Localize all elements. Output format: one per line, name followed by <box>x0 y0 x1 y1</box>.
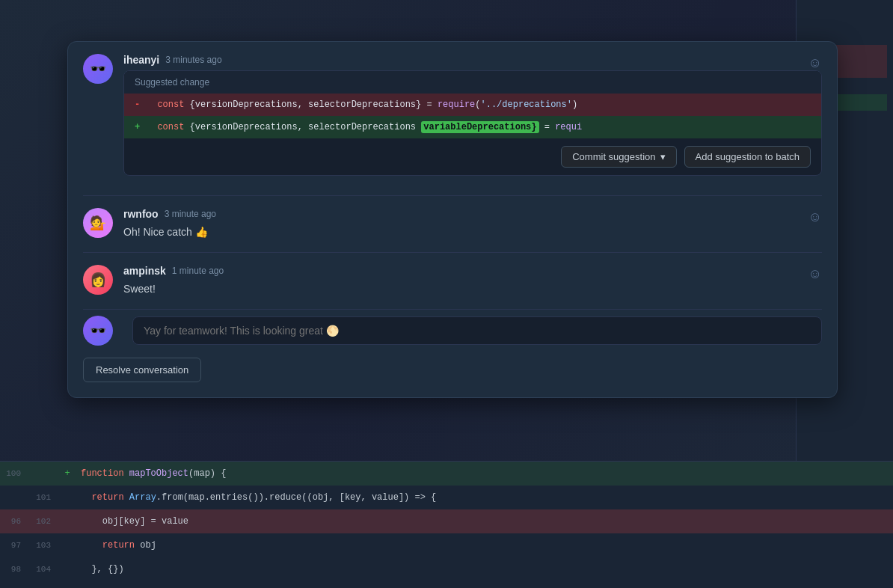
code-line-96-102: 96 102 obj[key] = value <box>0 509 893 533</box>
commit-suggestion-button[interactable]: Commit suggestion ▾ <box>561 146 676 168</box>
emoji-reaction-button-iheanyi[interactable]: ☺ <box>808 55 822 71</box>
code-line-100: 100 + function mapToObject(map) { <box>0 462 893 486</box>
avatar-current-user: 🕶️ <box>83 316 113 346</box>
comment-content-iheanyi: iheanyi 3 minutes ago Suggested change -… <box>123 54 822 183</box>
input-row: 🕶️ <box>68 310 837 352</box>
commit-button-label: Commit suggestion <box>572 151 655 162</box>
diff-added-code: const {versionDeprecations, selectorDepr… <box>147 120 582 134</box>
diff-removed-code: const {versionDeprecations, selectorDepr… <box>147 98 577 111</box>
comment-text-ampinsk: Sweet! <box>123 281 822 297</box>
avatar-iheanyi: 🕶️ <box>83 54 113 84</box>
conversation-panel: 🕶️ iheanyi 3 minutes ago Suggested chang… <box>67 41 838 398</box>
suggestion-block: Suggested change - const {versionDepreca… <box>123 70 822 176</box>
resolve-conversation-button[interactable]: Resolve conversation <box>83 358 201 382</box>
resolve-row: Resolve conversation <box>68 352 837 382</box>
comment-input[interactable] <box>132 316 822 345</box>
username-ampinsk: ampinsk <box>123 265 166 277</box>
username-iheanyi: iheanyi <box>123 54 159 66</box>
comment-content-ampinsk: ampinsk 1 minute ago Sweet! <box>123 265 822 297</box>
timestamp-ampinsk: 1 minute ago <box>172 266 224 276</box>
comment-rwnfoo: 💁 rwnfoo 3 minute ago Oh! Nice catch 👍 ☺ <box>68 196 837 252</box>
comment-content-rwnfoo: rwnfoo 3 minute ago Oh! Nice catch 👍 <box>123 208 822 240</box>
timestamp-rwnfoo: 3 minute ago <box>165 209 216 219</box>
comment-ampinsk: 👩 ampinsk 1 minute ago Sweet! ☺ <box>68 253 837 309</box>
code-line-101: 101 return Array.from(map.entries()).red… <box>0 486 893 509</box>
emoji-reaction-button-rwnfoo[interactable]: ☺ <box>808 209 822 225</box>
comment-header-iheanyi: iheanyi 3 minutes ago <box>123 54 822 66</box>
diff-added-line: + const {versionDeprecations, selectorDe… <box>124 116 821 138</box>
comment-iheanyi: 🕶️ iheanyi 3 minutes ago Suggested chang… <box>68 42 837 195</box>
suggestion-label: Suggested change <box>124 71 821 94</box>
code-line-98-104: 98 104 }, {}) <box>0 557 893 581</box>
username-rwnfoo: rwnfoo <box>123 208 159 220</box>
comment-text-rwnfoo: Oh! Nice catch 👍 <box>123 224 822 240</box>
diff-plus-marker: + <box>135 120 147 134</box>
suggestion-actions: Commit suggestion ▾ Add suggestion to ba… <box>124 138 821 175</box>
diff-minus-marker: - <box>135 98 147 111</box>
batch-button-label: Add suggestion to batch <box>696 151 800 162</box>
emoji-reaction-button-ampinsk[interactable]: ☺ <box>808 266 822 282</box>
avatar-ampinsk: 👩 <box>83 265 113 295</box>
comment-header-rwnfoo: rwnfoo 3 minute ago <box>123 208 822 220</box>
bottom-code-editor: 100 + function mapToObject(map) { 101 re… <box>0 461 893 588</box>
timestamp-iheanyi: 3 minutes ago <box>165 55 221 65</box>
code-line-97-103: 97 103 return obj <box>0 533 893 557</box>
add-to-batch-button[interactable]: Add suggestion to batch <box>684 146 811 168</box>
comment-header-ampinsk: ampinsk 1 minute ago <box>123 265 822 277</box>
avatar-rwnfoo: 💁 <box>83 208 113 238</box>
dropdown-arrow-icon: ▾ <box>660 151 666 162</box>
resolve-button-label: Resolve conversation <box>96 364 188 376</box>
diff-removed-line: - const {versionDeprecations, selectorDe… <box>124 94 821 116</box>
